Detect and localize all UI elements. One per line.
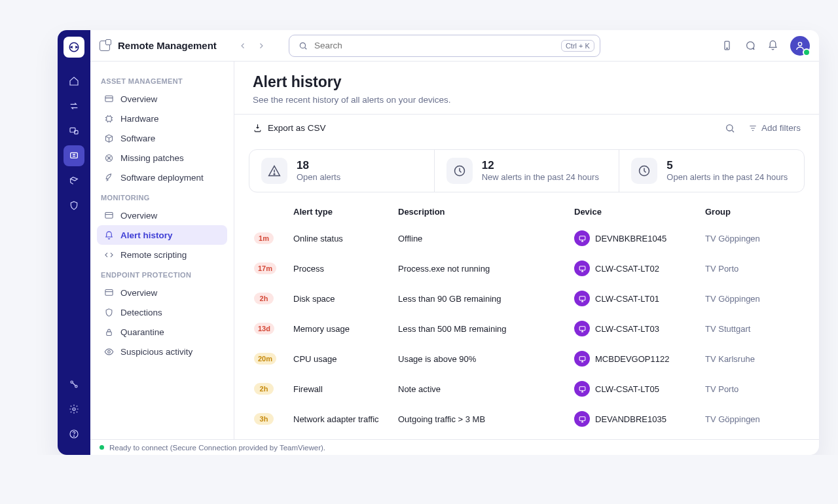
cell-device[interactable]: DEVANDBRE1035	[574, 411, 695, 427]
table-search-button[interactable]	[725, 123, 735, 134]
nav-suspicious-activity[interactable]: Suspicious activity	[97, 342, 227, 361]
rail-security-icon[interactable]	[64, 195, 84, 216]
device-icon	[574, 230, 590, 246]
table-row[interactable]: 2hDisk spaceLess than 90 GB remainingCLW…	[249, 283, 805, 314]
th-group[interactable]: Group	[700, 200, 792, 223]
svg-rect-13	[105, 96, 112, 101]
search-input[interactable]	[313, 40, 561, 51]
cell-alert-type: Firewall	[288, 374, 393, 404]
icon-rail	[58, 30, 90, 455]
svg-point-6	[73, 408, 75, 410]
table-row[interactable]: 11d31256OfflineCLW-CSAT-LT07TV Porto	[249, 434, 805, 439]
chat-icon[interactable]	[744, 40, 756, 51]
nav-overview[interactable]: Overview	[97, 283, 227, 302]
device-icon	[574, 351, 590, 367]
nav-remote-scripting[interactable]: Remote scripting	[97, 245, 227, 264]
rail-home-icon[interactable]	[64, 71, 84, 92]
export-icon	[253, 123, 263, 133]
table-row[interactable]: 1mOnline statusOfflineDEVNBKBRE1045TV Gö…	[249, 223, 805, 253]
stat-number: 12	[482, 160, 599, 172]
svg-rect-28	[579, 356, 585, 360]
device-icon	[574, 321, 590, 336]
svg-rect-3	[71, 153, 78, 158]
nav-overview[interactable]: Overview	[97, 89, 227, 109]
table-row[interactable]: 20mCPU usageUsage is above 90%MCBDEVGOP1…	[249, 344, 805, 374]
cell-description: Note active	[393, 374, 569, 404]
nav-overview[interactable]: Overview	[97, 206, 227, 225]
svg-point-9	[300, 43, 305, 48]
svg-rect-30	[579, 416, 585, 420]
device-icon	[574, 381, 590, 397]
nav-alert-history[interactable]: Alert history	[97, 225, 227, 245]
cell-alert-type: Network adapter traffic	[288, 404, 393, 434]
app-logo[interactable]	[64, 37, 84, 58]
rail-workflow-icon[interactable]	[64, 374, 84, 395]
rail-ticket-icon[interactable]	[64, 170, 84, 191]
code-icon	[103, 250, 114, 260]
cell-device[interactable]: CLW-CSAT-LT01	[574, 291, 695, 306]
th-alert-type[interactable]: Alert type	[288, 200, 393, 223]
nav-item-label: Software	[120, 134, 155, 143]
rail-swap-icon[interactable]	[64, 96, 84, 117]
nav-section-title: ASSET MANAGEMENT	[101, 77, 223, 85]
window-icon	[100, 41, 110, 51]
age-badge: 13d	[254, 323, 274, 334]
nav-software-deployment[interactable]: Software deployment	[97, 168, 227, 187]
clock-icon	[446, 158, 473, 184]
stat-card: 5Open alerts in the past 24 hours	[619, 150, 804, 192]
rail-management-icon[interactable]	[64, 145, 84, 166]
table-row[interactable]: 13dMemory usageLess than 500 MB remainin…	[249, 314, 805, 344]
nav-quarantine[interactable]: Quarantine	[97, 322, 227, 342]
rail-devices-icon[interactable]	[64, 120, 84, 141]
status-bar: Ready to connect (Secure Connection prov…	[90, 439, 819, 455]
th-description[interactable]: Description	[393, 200, 569, 223]
stat-label: New alerts in the past 24 hours	[482, 172, 599, 182]
cell-device[interactable]: CLW-CSAT-LT02	[574, 261, 695, 276]
cell-alert-type: Memory usage	[288, 314, 393, 344]
nav-section-title: ENDPOINT PROTECTION	[101, 271, 223, 279]
patch-icon	[103, 153, 114, 163]
age-badge: 1m	[254, 232, 274, 244]
nav-software[interactable]: Software	[97, 128, 227, 148]
user-avatar[interactable]	[790, 36, 810, 56]
stat-number: 18	[297, 160, 340, 172]
nav-missing-patches[interactable]: Missing patches	[97, 148, 227, 168]
cell-device[interactable]: MCBDEVGOP1122	[574, 351, 695, 367]
nav-section-title: MONITORING	[101, 194, 223, 202]
age-badge: 20m	[254, 353, 276, 365]
table-row[interactable]: 3hNetwork adapter trafficOutgoing traffi…	[249, 404, 805, 434]
add-filters-button[interactable]: Add filters	[748, 123, 801, 133]
cell-description: Less than 500 MB remaining	[393, 314, 569, 344]
svg-rect-29	[579, 386, 585, 390]
nav-item-label: Overview	[120, 211, 157, 221]
rail-settings-icon[interactable]	[64, 399, 84, 420]
cell-device[interactable]: CLW-CSAT-LT03	[574, 321, 695, 336]
device-icon[interactable]	[721, 40, 733, 51]
eye-icon	[103, 347, 114, 357]
nav-detections[interactable]: Detections	[97, 302, 227, 322]
dashboard-icon	[103, 94, 114, 104]
page-context-title: Remote Management	[118, 40, 217, 51]
nav-back-button[interactable]	[234, 37, 252, 55]
export-csv-button[interactable]: Export as CSV	[253, 123, 326, 133]
svg-rect-16	[105, 212, 112, 218]
bell-icon[interactable]	[767, 40, 778, 51]
nav-forward-button[interactable]	[252, 37, 270, 55]
dashboard-icon	[103, 288, 114, 298]
th-device[interactable]: Device	[569, 200, 700, 223]
cell-description: Usage is above 90%	[393, 344, 569, 374]
cell-device[interactable]: CLW-CSAT-LT05	[574, 381, 695, 397]
nav-hardware[interactable]: Hardware	[97, 109, 227, 128]
cell-group: TV Göppingen	[700, 223, 792, 253]
rocket-icon	[103, 173, 114, 183]
table-row[interactable]: 2hFirewallNote activeCLW-CSAT-LT05TV Por…	[249, 374, 805, 404]
search-shortcut: Ctrl + K	[561, 40, 594, 52]
stat-card: 12New alerts in the past 24 hours	[434, 150, 619, 192]
table-row[interactable]: 17mProcessProcess.exe not runningCLW-CSA…	[249, 253, 805, 283]
cell-device[interactable]: DEVNBKBRE1045	[574, 230, 695, 246]
global-search[interactable]: Ctrl + K	[289, 35, 600, 57]
rail-help-icon[interactable]	[64, 423, 84, 444]
svg-point-20	[727, 124, 733, 130]
cell-description: Offline	[393, 434, 569, 439]
svg-rect-26	[579, 296, 585, 300]
